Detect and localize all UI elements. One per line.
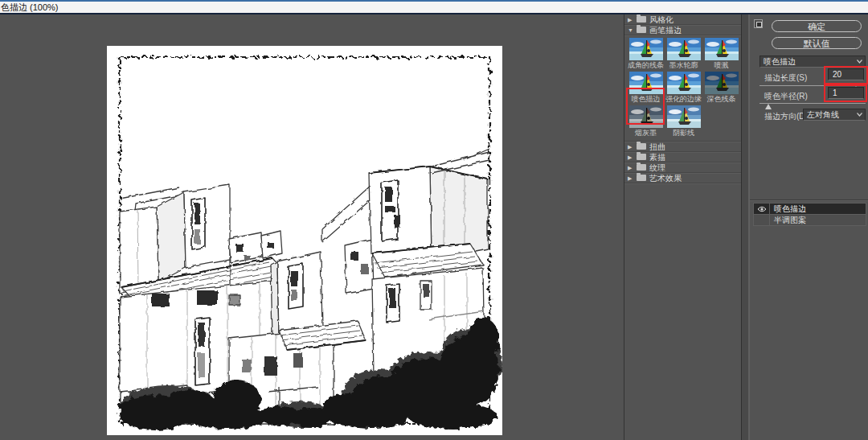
default-button[interactable]: 默认值 [772, 37, 862, 49]
effect-layer-halftone-pattern[interactable]: 半调图案 [753, 215, 866, 226]
sketch-buildings-illustration [107, 46, 502, 435]
stroke-direction-dropdown[interactable]: 左对角线 [803, 109, 866, 121]
filter-thumb-sumi-e[interactable]: 烟灰墨 [627, 105, 665, 139]
filter-thumbnail-image [705, 38, 739, 60]
category-texture[interactable]: ▶ 纹理 [624, 162, 741, 173]
visibility-toggle[interactable] [754, 204, 770, 214]
filter-thumb-ink-outlines[interactable]: 墨水轮廓 [665, 38, 702, 72]
category-artistic[interactable]: ▶ 艺术效果 [624, 173, 741, 183]
stroke-direction-value: 左对角线 [807, 110, 839, 119]
hide-thumbnails-button[interactable] [754, 19, 763, 28]
filter-thumbnail-image [667, 72, 701, 94]
filter-thumb-label: 喷溅 [702, 60, 740, 70]
collapsed-arrow-icon: ▶ [628, 142, 636, 152]
filter-thumb-label: 深色线条 [702, 94, 740, 104]
chevron-down-icon [857, 113, 862, 117]
filter-settings-panel: 确定 默认值 喷色描边 描边长度(S) 20 喷色半径(R) 1 描边方向(D)… [749, 14, 868, 440]
filter-select-value: 喷色描边 [764, 57, 796, 66]
expanded-arrow-icon: ▼ [628, 25, 636, 35]
filter-thumb-crosshatch[interactable]: 阴影线 [665, 105, 702, 139]
filter-thumb-sprayed-strokes[interactable]: 喷色描边 [627, 72, 665, 105]
filter-category-panel: ▶ 风格化 ▼ 画笔描边 成角的线条 墨水轮廓 喷溅 喷色描边 强化的边缘 [624, 14, 741, 440]
collapsed-arrow-icon: ▶ [628, 162, 636, 173]
collapsed-arrow-icon: ▶ [628, 152, 636, 162]
filter-thumb-angled-strokes[interactable]: 成角的线条 [627, 38, 665, 72]
open-folder-icon [637, 27, 646, 33]
folder-icon [637, 175, 646, 181]
spray-radius-slider[interactable] [760, 103, 866, 104]
document-title-bar: 色描边 (100%) [0, 0, 868, 14]
category-label: 扭曲 [649, 142, 665, 152]
spray-radius-input[interactable]: 1 [828, 87, 864, 99]
category-label: 素描 [649, 152, 665, 162]
document-title: 色描边 (100%) [1, 2, 59, 12]
collapsed-arrow-icon: ▶ [628, 173, 636, 183]
filter-thumbnail-image [629, 105, 663, 128]
spray-radius-slider-handle[interactable] [765, 104, 772, 109]
category-distort[interactable]: ▶ 扭曲 [624, 142, 741, 152]
filter-thumbnail-grid: 成角的线条 墨水轮廓 喷溅 喷色描边 强化的边缘 深色线条 烟灰墨 阴影线 [624, 35, 742, 142]
category-label: 画笔描边 [649, 25, 682, 35]
filter-preview-image[interactable] [107, 46, 502, 435]
category-label: 风格化 [649, 14, 674, 25]
category-label: 纹理 [649, 162, 665, 173]
category-sketch[interactable]: ▶ 素描 [624, 152, 741, 162]
category-brush-strokes[interactable]: ▼ 画笔描边 [624, 25, 741, 35]
preview-canvas[interactable] [0, 14, 624, 440]
filter-thumb-label: 烟灰墨 [627, 128, 665, 138]
filter-thumb-label: 墨水轮廓 [665, 60, 702, 70]
filter-thumbnail-image [667, 105, 701, 128]
filter-thumb-accented-edges[interactable]: 强化的边缘 [665, 72, 702, 105]
filter-thumbnail-image [705, 72, 739, 94]
folder-icon [637, 143, 646, 150]
effect-layer-name: 喷色描边 [770, 204, 806, 215]
spray-radius-label: 喷色半径(R) [764, 91, 808, 102]
filter-thumb-label: 阴影线 [665, 128, 702, 138]
filter-thumbnail-image [667, 38, 701, 60]
panel-scrollbar-gutter[interactable] [741, 14, 749, 440]
filter-select-dropdown[interactable]: 喷色描边 [760, 56, 866, 68]
filter-thumb-label: 喷色描边 [627, 94, 665, 104]
stroke-length-input[interactable]: 20 [828, 68, 864, 80]
effect-layer-name: 半调图案 [770, 215, 806, 226]
filter-thumbnail-image [629, 38, 663, 60]
chevron-down-icon [857, 60, 862, 64]
filter-thumb-dark-strokes[interactable]: 深色线条 [702, 72, 740, 105]
category-label: 艺术效果 [649, 173, 682, 183]
folder-icon [637, 16, 646, 23]
settings-divider [750, 199, 868, 201]
stroke-length-slider[interactable] [760, 85, 866, 86]
effect-layer-sprayed-strokes[interactable]: 喷色描边 [753, 204, 866, 215]
visibility-toggle[interactable] [754, 215, 770, 225]
filter-thumb-label: 强化的边缘 [665, 94, 702, 104]
folder-icon [637, 154, 646, 160]
filter-thumb-spatter[interactable]: 喷溅 [702, 38, 740, 72]
folder-icon [637, 164, 646, 171]
eye-icon [757, 206, 767, 212]
filter-thumb-label: 成角的线条 [627, 60, 665, 70]
category-stylize[interactable]: ▶ 风格化 [624, 14, 741, 25]
effect-layer-list: 喷色描边 半调图案 [753, 203, 866, 226]
ok-button[interactable]: 确定 [772, 20, 862, 32]
stroke-length-label: 描边长度(S) [764, 72, 807, 84]
collapsed-arrow-icon: ▶ [628, 14, 636, 25]
filter-thumbnail-image [629, 72, 663, 94]
